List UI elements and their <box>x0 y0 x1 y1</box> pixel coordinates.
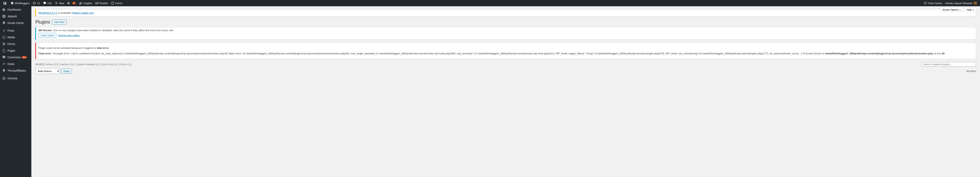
fatal-error-path: /www/bforbloggers_800/public/wp-content/… <box>826 52 933 55</box>
pin-icon <box>2 29 6 32</box>
apply-button[interactable]: Apply <box>61 69 72 73</box>
filter-inactive[interactable]: Inactive <box>60 63 69 66</box>
update-icon <box>33 2 36 5</box>
sidebar-item-dashboard[interactable]: Dashboard <box>0 6 31 13</box>
sidebar-item-posts[interactable]: Posts <box>0 27 31 34</box>
home-icon <box>11 2 14 5</box>
clear-cache-button[interactable]: Clear cache <box>38 33 56 38</box>
sidebar-item-label: Jetpack <box>8 15 17 18</box>
wprocket-notice: WP Rocket: One or more plugins have been… <box>35 27 976 40</box>
notice-text: is available! <box>57 11 72 14</box>
sidebar-item-label: ThirstyAffiliates <box>8 69 26 72</box>
comments-menu-icon <box>2 56 6 59</box>
sidebar-item-label: Pages <box>8 49 15 52</box>
plugin-filters-row: All (47) | Active (37) | Inactive (10) |… <box>35 62 976 67</box>
sidebar-item-forms[interactable]: Forms <box>0 41 31 47</box>
sidebar-item-deals[interactable]: Deals <box>0 61 31 67</box>
stats-icon <box>67 2 70 5</box>
item-count: 48 items <box>966 70 976 73</box>
filter-drop-in[interactable]: Drop-in <box>119 63 128 66</box>
page-title: Plugins <box>35 19 50 25</box>
screen-options-toggle[interactable]: Screen Options▼ <box>940 8 963 12</box>
tablenav-top: Bulk Actions Apply 48 items <box>35 68 976 74</box>
jetpack-icon <box>2 14 6 18</box>
chevron-down-icon: ▼ <box>972 9 974 11</box>
wp-version-link[interactable]: WordPress 5.4.1 <box>38 11 57 14</box>
clear-cache-topbar[interactable]: Clear Cache <box>923 0 943 6</box>
stats-link[interactable]: 2 <box>66 0 77 6</box>
help-toggle[interactable]: Help▼ <box>964 8 976 12</box>
sidebar-item-label: Comments <box>8 56 21 59</box>
sidebar-item-label: Kinsta Cache <box>8 21 24 24</box>
forms-menu-icon <box>2 42 6 46</box>
sidebar-item-label: Deals <box>8 62 14 65</box>
new-content-link[interactable]: New <box>53 0 66 6</box>
fatal-error-body: : Uncaught Error: Call to undefined func… <box>51 52 825 55</box>
howdy-text: Howdy, Aayush Bhaskar <box>945 2 972 5</box>
filter-must-use[interactable]: Must-Use <box>102 63 113 66</box>
fatal-error-line: 60 <box>942 52 945 55</box>
filter-update-available[interactable]: Update Available <box>76 63 95 66</box>
thirsty-icon <box>2 69 6 72</box>
page-icon <box>2 49 6 53</box>
sidebar-item-media[interactable]: Media <box>0 34 31 41</box>
sidebar-item-label: Posts <box>8 29 14 32</box>
clear-cache-icon <box>924 2 927 5</box>
new-label: New <box>59 2 64 5</box>
sidebar-item-thirsty[interactable]: ThirstyAffiliates <box>0 67 31 74</box>
forms-bar-label: Forms <box>115 2 123 5</box>
comment-icon <box>43 2 46 5</box>
error-intro-bold: fatal error <box>97 46 109 49</box>
site-name-link[interactable]: BforBloggers <box>9 0 31 6</box>
deals-icon <box>2 62 6 66</box>
sidebar-item-kinsta[interactable]: Kinsta Cache <box>0 20 31 26</box>
forms-bar-link[interactable]: Forms <box>109 0 124 6</box>
wp-update-notice: WordPress 5.4.1 is available! Please upd… <box>35 9 976 16</box>
stats-badge: 2 <box>72 2 76 4</box>
wprocket-label: WP Rocket <box>95 2 108 5</box>
wprocket-link[interactable]: WP Rocket <box>94 0 109 6</box>
svg-point-0 <box>111 2 114 5</box>
dashboard-icon <box>2 8 6 11</box>
main-content: Screen Options▼ Help▼ WordPress 5.4.1 is… <box>31 6 980 177</box>
wordpress-icon <box>3 2 6 5</box>
genesis-icon <box>2 77 6 80</box>
filter-all[interactable]: All (47) <box>35 63 44 66</box>
kinsta-icon <box>2 21 6 25</box>
plugin-search-input[interactable] <box>921 62 976 67</box>
insights-link[interactable]: Insights <box>77 0 94 6</box>
bulk-action-select[interactable]: Bulk Actions <box>35 68 60 74</box>
admin-sidebar: Dashboard Jetpack Kinsta Cache Posts Med… <box>0 6 31 177</box>
dismiss-notice-link[interactable]: Dismiss this notice. <box>58 34 80 37</box>
sidebar-item-jetpack[interactable]: Jetpack <box>0 13 31 20</box>
sidebar-item-genesis[interactable]: Genesis <box>0 75 31 81</box>
media-icon <box>2 35 6 39</box>
error-intro-pre: Plugin could not be activated because it… <box>38 46 97 49</box>
plus-icon <box>55 2 58 5</box>
updates-link[interactable]: 12 <box>31 0 41 6</box>
svg-point-1 <box>2 15 5 18</box>
update-now-link[interactable]: Please update now <box>72 11 94 14</box>
updates-count: 12 <box>37 2 40 5</box>
svg-point-3 <box>3 37 4 38</box>
chart-icon <box>79 2 82 5</box>
comments-link[interactable]: 216 <box>41 0 53 6</box>
insights-label: Insights <box>83 2 92 5</box>
comments-count: 216 <box>48 2 52 5</box>
site-name-label: BforBloggers <box>15 2 30 5</box>
sidebar-item-comments[interactable]: Comments216 <box>0 54 31 61</box>
sidebar-item-label: Media <box>8 36 15 39</box>
add-new-button[interactable]: Add New <box>52 20 67 24</box>
sidebar-item-label: Dashboard <box>8 8 21 11</box>
admin-bar: BforBloggers 12 216 New 2 Insights WP Ro… <box>0 0 980 6</box>
fatal-error-notice: Plugin could not be activated because it… <box>35 43 976 59</box>
chevron-down-icon: ▼ <box>959 9 961 11</box>
forms-icon <box>111 2 114 5</box>
wp-logo[interactable] <box>2 0 9 6</box>
sidebar-item-label: Forms <box>8 42 15 46</box>
filter-active[interactable]: Active <box>46 63 52 66</box>
wprocket-text: : One or more plugins have been enabled … <box>52 29 174 32</box>
sidebar-item-label: Genesis <box>8 77 18 80</box>
my-account-link[interactable]: Howdy, Aayush Bhaskar <box>943 0 978 6</box>
sidebar-item-pages[interactable]: Pages <box>0 47 31 54</box>
